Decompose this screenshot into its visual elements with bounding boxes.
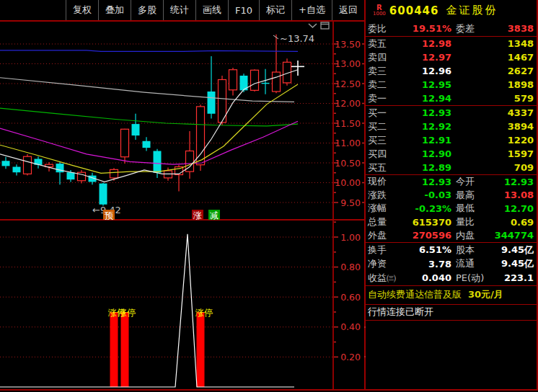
y-axis-label: 10.50	[335, 158, 361, 169]
stat-label: 总量	[368, 215, 400, 228]
stats-section: 现价12.93今开12.93涨跌-0.03最高13.08涨幅-0.23%最低12…	[366, 175, 537, 243]
stock-code: 600446	[389, 4, 439, 17]
app-window: 复权叠加多股统计画线F10标记+自选返回 13.5013.0012.5012.0…	[0, 0, 538, 392]
stats-row-4: 总量615370量比0.69	[366, 215, 537, 229]
candle-body-down	[67, 172, 75, 179]
bid-row-4[interactable]: 买四12.901597	[366, 147, 537, 161]
fin-value: 6.51%	[400, 244, 451, 255]
ad-price: 30元/月	[468, 288, 503, 301]
y-axis-label: 13.50	[335, 39, 361, 50]
candle-body-down	[143, 141, 151, 148]
y-axis-label: 10.00	[335, 177, 361, 188]
stat-value: 12.70	[493, 203, 534, 214]
ask-row-1[interactable]: 卖一12.94579	[366, 92, 537, 105]
candle-body-down	[132, 124, 140, 135]
stat-value: 12.93	[400, 177, 451, 187]
stat-value: 344774	[493, 230, 534, 241]
ask-row-3[interactable]: 卖三12.962627	[366, 64, 537, 78]
fin-row-2: 净资3.78流通9.45亿	[366, 257, 537, 272]
ask-label: 卖五	[368, 37, 400, 50]
ask-row-2[interactable]: 卖二12.951898	[366, 78, 537, 92]
bid-label: 买四	[368, 148, 400, 161]
signal-bar[interactable]	[197, 312, 205, 387]
bid-label: 买五	[368, 161, 400, 174]
y-axis-label: 12.00	[335, 98, 361, 109]
y-axis-label: 11.00	[335, 138, 361, 148]
signal-bar[interactable]	[121, 312, 129, 387]
candle-body-down	[56, 164, 64, 172]
quote-body: 委比19.51%委差3838卖五12.981348卖四12.971467卖三12…	[366, 21, 537, 286]
stat-label: 外盘	[368, 229, 400, 242]
signal-bar[interactable]	[110, 312, 118, 387]
fin-value: 223.1	[498, 272, 534, 283]
stats-row-5: 外盘270596内盘344774	[366, 228, 537, 242]
bid-qty: 4337	[451, 107, 534, 118]
weicha-label: 委差	[456, 22, 493, 35]
bid-label: 买一	[368, 107, 400, 120]
fin-value: 9.45亿	[498, 244, 534, 257]
ask-qty: 1467	[451, 52, 534, 63]
bid-row-5[interactable]: 买五12.89709	[366, 161, 537, 174]
y-axis-label: 11.50	[335, 118, 361, 129]
stats-row-1: 现价12.93今开12.93	[366, 175, 537, 189]
ma-yellow	[0, 84, 298, 173]
candle-body-down	[154, 151, 162, 173]
candle-body-down	[13, 167, 21, 173]
y-axis-label: 9.50	[340, 197, 361, 208]
fin-value: 3.78	[400, 259, 451, 270]
connection-status: 行情连接已断开	[366, 305, 537, 321]
ask-label: 卖四	[368, 51, 400, 64]
stat-label: 现价	[368, 175, 400, 188]
stat-value: -0.23%	[400, 203, 451, 214]
bid-label: 买三	[368, 134, 400, 147]
bid-row-3[interactable]: 买三12.911220	[366, 133, 537, 147]
y-axis-label: 0.60	[340, 292, 361, 303]
fin-label: 收益㈢	[368, 272, 400, 285]
candle-body-up	[229, 70, 237, 90]
stat-label: 最高	[456, 189, 493, 202]
bid-row-1[interactable]: 买一12.934337	[366, 106, 537, 120]
ask-price: 12.97	[400, 52, 451, 63]
collapse-chevron-icon[interactable]	[309, 24, 317, 27]
y-axis-label: 1.00	[340, 232, 361, 243]
bid-price: 12.89	[400, 162, 451, 173]
ask-price: 12.95	[400, 79, 451, 90]
fin-label: 股本	[456, 244, 498, 257]
window-icon[interactable]	[321, 22, 329, 29]
fin-label: 换手	[368, 244, 400, 257]
y-axis-label: 12.50	[335, 79, 361, 89]
fin-label: 流通	[456, 257, 498, 270]
indicator-line	[0, 234, 294, 387]
stat-label: 量比	[456, 215, 493, 228]
bid-price: 12.90	[400, 148, 451, 159]
weibi-label: 委比	[368, 22, 400, 35]
candle-body-up	[197, 107, 205, 165]
subscription-ad[interactable]: 自动续费通达信普及版 30元/月	[366, 286, 537, 305]
bid-row-2[interactable]: 买二12.923894	[366, 120, 537, 133]
stat-label: 最低	[456, 202, 493, 215]
stat-value: 12.93	[493, 177, 534, 187]
main-chart[interactable]: 13.5013.0012.5012.0011.5011.0010.5010.00…	[0, 0, 366, 392]
stat-label: 今开	[456, 175, 493, 188]
ad-text: 自动续费通达信普及版	[368, 288, 462, 301]
stat-value: 615370	[400, 217, 451, 228]
bid-label: 买二	[368, 120, 400, 133]
candle-body-up	[24, 156, 32, 174]
fin-label: PE(动)	[456, 272, 498, 285]
stat-label: 涨跌	[368, 189, 400, 202]
ask-levels: 卖五12.981348卖四12.971467卖三12.962627卖二12.95…	[366, 37, 537, 106]
fin-value: 9.45亿	[498, 257, 534, 270]
badge-1000: 1000	[373, 12, 386, 17]
band-badge-text: 涨	[193, 210, 202, 220]
stat-value: 13.08	[493, 190, 534, 200]
ask-row-4[interactable]: 卖四12.971467	[366, 50, 537, 64]
fin-row-3: 收益㈢0.040PE(动)223.1	[366, 271, 537, 285]
fin-value: 0.040	[400, 272, 451, 283]
bottom-border	[0, 389, 538, 391]
bid-price: 12.91	[400, 135, 451, 146]
fin-row-1: 换手6.51%股本9.45亿	[366, 243, 537, 257]
candle-body-down	[100, 184, 107, 205]
ask-row-5[interactable]: 卖五12.981348	[366, 37, 537, 50]
band-badge-text: 减	[210, 210, 219, 220]
weibi-value: 19.51%	[400, 23, 451, 34]
